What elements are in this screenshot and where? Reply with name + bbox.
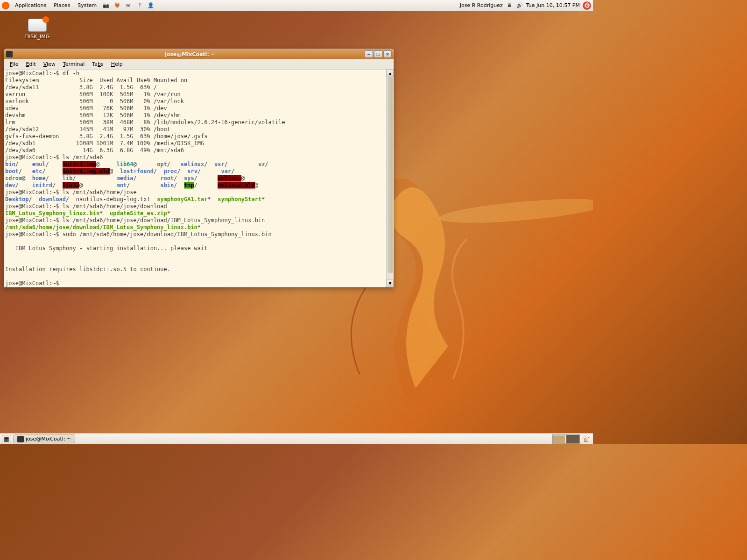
user-name[interactable]: Jose R Rodriguez — [460, 2, 503, 8]
svg-point-0 — [438, 194, 593, 227]
window-title: jose@MixCoatl: ~ — [15, 51, 365, 57]
menu-help[interactable]: Help — [108, 60, 126, 68]
workspace-switcher — [552, 434, 580, 444]
scroll-up-button[interactable]: ▲ — [387, 70, 394, 77]
clock[interactable]: Tue Jun 10, 10:57 PM — [526, 2, 580, 8]
terminal-output[interactable]: jose@MixCoatl:~$ df -h Filesystem Size U… — [4, 70, 386, 287]
scroll-down-button[interactable]: ▼ — [387, 280, 394, 287]
bottom-panel: ▦ jose@MixCoatl: ~ 🗑 — [0, 433, 593, 444]
power-button-icon[interactable]: ⏻ — [583, 1, 591, 10]
terminal-task-icon — [17, 436, 24, 442]
menubar: File Edit View Terminal Tabs Help — [4, 59, 394, 70]
close-button[interactable]: × — [383, 50, 392, 58]
volume-icon[interactable]: 🔊 — [516, 2, 523, 9]
network-icon[interactable]: 🖥 — [506, 2, 513, 9]
terminal-window: jose@MixCoatl: ~ − □ × File Edit View Te… — [4, 49, 394, 287]
system-menu[interactable]: System — [76, 1, 99, 9]
help-launcher-icon[interactable]: ? — [136, 2, 143, 9]
applications-menu[interactable]: Applications — [13, 1, 48, 9]
menu-edit[interactable]: Edit — [23, 60, 38, 68]
disk-img-desktop-icon[interactable]: DISK_IMG — [19, 19, 56, 40]
screenshot-launcher-icon[interactable]: 📷 — [102, 2, 110, 9]
pidgin-launcher-icon[interactable]: 👤 — [147, 2, 155, 9]
places-menu[interactable]: Places — [52, 1, 72, 9]
menu-terminal[interactable]: Terminal — [60, 60, 88, 68]
show-desktop-button[interactable]: ▦ — [2, 435, 11, 443]
evolution-launcher-icon[interactable]: ✉ — [125, 2, 132, 9]
maximize-button[interactable]: □ — [374, 50, 382, 58]
titlebar[interactable]: jose@MixCoatl: ~ − □ × — [4, 49, 394, 59]
taskbar-terminal[interactable]: jose@MixCoatl: ~ — [13, 434, 75, 443]
top-panel: Applications Places System 📷 🦊 ✉ ? 👤 Jos… — [0, 0, 593, 11]
scroll-thumb[interactable] — [388, 77, 393, 273]
firefox-launcher-icon[interactable]: 🦊 — [113, 2, 121, 9]
terminal-scrollbar[interactable]: ▲ ▼ — [386, 70, 394, 287]
menu-file[interactable]: File — [7, 60, 21, 68]
taskbar-terminal-label: jose@MixCoatl: ~ — [26, 436, 71, 442]
menu-view[interactable]: View — [41, 60, 58, 68]
minimize-button[interactable]: − — [365, 50, 373, 58]
workspace-1[interactable] — [553, 435, 566, 443]
menu-tabs[interactable]: Tabs — [89, 60, 106, 68]
trash-icon[interactable]: 🗑 — [583, 435, 591, 443]
workspace-2[interactable] — [566, 435, 579, 443]
ubuntu-logo-icon[interactable] — [2, 2, 9, 9]
disk-icon — [28, 19, 47, 32]
window-icon — [6, 51, 13, 57]
disk-icon-label: DISK_IMG — [19, 34, 56, 40]
